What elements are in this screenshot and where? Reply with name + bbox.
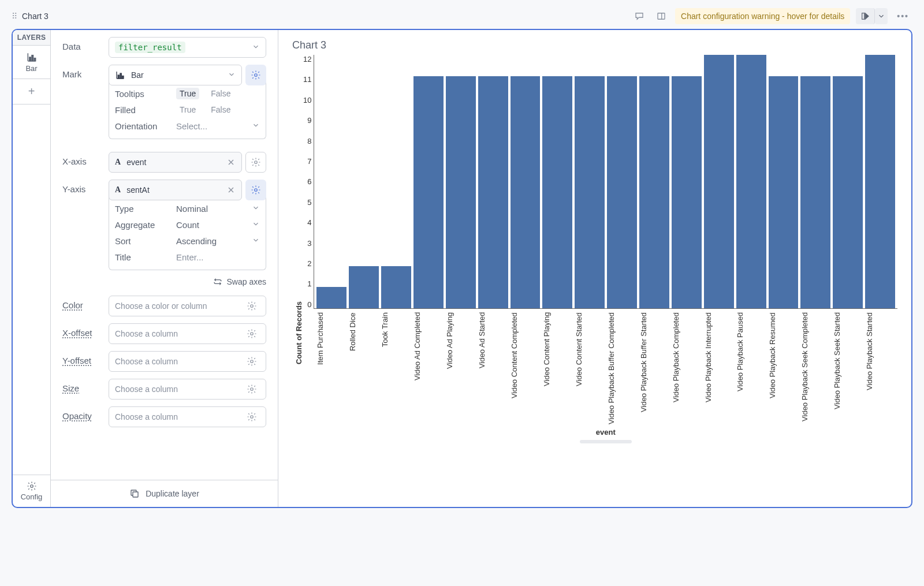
chevron-down-icon (252, 43, 260, 53)
y-axis-field[interactable]: AsentAt (109, 180, 242, 200)
x-axis-settings-button[interactable] (245, 152, 266, 173)
svg-point-16 (255, 189, 258, 192)
svg-point-15 (255, 161, 258, 164)
opacity-input[interactable]: Choose a column (109, 406, 266, 427)
orientation-label: Orientation (115, 121, 176, 131)
svg-rect-0 (658, 13, 665, 20)
x-tick-label: Video Playback Seek Started (833, 312, 863, 424)
cell-title: Chart 3 (22, 12, 49, 21)
chart-warning-banner[interactable]: Chart configuration warning - hover for … (675, 8, 850, 24)
y-aggregate-select[interactable]: Count (176, 220, 199, 230)
data-source-select[interactable]: filter_result (109, 37, 266, 58)
layers-header: LAYERS (13, 30, 50, 46)
comment-icon[interactable] (631, 8, 647, 24)
svg-point-14 (255, 74, 258, 77)
x-tick-label: Video Playback Resumed (768, 312, 798, 424)
bar-icon (115, 70, 125, 80)
x-tick-label: Video Content Started (575, 312, 605, 424)
svg-point-17 (251, 305, 254, 308)
y-sort-select[interactable]: Ascending (176, 236, 217, 246)
config-button[interactable]: Config (13, 475, 50, 507)
chart-bar (478, 76, 508, 308)
mark-type-value: Bar (131, 70, 144, 80)
layer-item-label: Bar (25, 64, 37, 73)
clear-icon[interactable] (226, 158, 236, 167)
layer-item-bar[interactable]: Bar (13, 46, 50, 79)
x-tick-label: Video Playback Buffer Started (639, 312, 669, 424)
svg-rect-11 (118, 75, 119, 79)
size-input[interactable]: Choose a column (109, 379, 266, 400)
swap-axes-label: Swap axes (227, 277, 266, 286)
chart-bar (542, 76, 572, 308)
chevron-down-icon (252, 220, 260, 230)
filled-toggle[interactable]: True False (176, 104, 234, 115)
x-axis-ticks: Item PurchasedRolled DiceTook TrainVideo… (314, 309, 897, 424)
tooltips-label: Tooltips (115, 89, 176, 99)
yoffset-input[interactable]: Choose a column (109, 351, 266, 372)
y-title-label: Title (115, 252, 176, 262)
y-axis-settings-button[interactable] (245, 180, 266, 200)
xoffset-label[interactable]: X-offset (62, 323, 99, 338)
y-type-select[interactable]: Nominal (176, 204, 208, 214)
swap-axes-button[interactable]: Swap axes (62, 277, 266, 286)
duplicate-layer-button[interactable]: Duplicate layer (51, 480, 278, 507)
svg-rect-7 (34, 58, 35, 61)
svg-rect-5 (29, 57, 31, 61)
x-tick-label: Video Playback Started (865, 312, 895, 424)
y-axis-label: Y-axis (62, 180, 99, 194)
chart-bar (639, 76, 669, 308)
drag-handle-icon[interactable]: ⠿ (12, 12, 16, 21)
y-title-input[interactable]: Enter... (176, 252, 204, 262)
x-tick-label: Video Ad Started (478, 312, 508, 424)
color-input[interactable]: Choose a color or column (109, 296, 266, 316)
chart-bar (833, 76, 863, 308)
run-menu-button[interactable] (875, 8, 888, 24)
svg-point-20 (251, 388, 254, 391)
x-tick-label: Video Content Playing (542, 312, 572, 424)
chart-bar (736, 55, 766, 308)
gear-icon[interactable] (244, 412, 260, 422)
tooltips-toggle[interactable]: True False (176, 88, 234, 99)
mark-type-select[interactable]: Bar (109, 65, 242, 85)
x-axis-field[interactable]: Aevent (109, 152, 242, 173)
x-tick-label: Video Playback Paused (736, 312, 766, 424)
gear-icon[interactable] (244, 356, 260, 367)
gear-icon[interactable] (244, 384, 260, 394)
chart-bar (511, 76, 541, 308)
mark-subpanel: Tooltips True False Filled True (109, 82, 266, 139)
xoffset-input[interactable]: Choose a column (109, 323, 266, 344)
svg-point-18 (251, 333, 254, 335)
titlebar: ⠿ Chart 3 Chart configuration warning - … (12, 6, 912, 29)
color-label[interactable]: Color (62, 296, 99, 310)
y-axis-title: Count of Records (292, 55, 303, 495)
run-button[interactable] (856, 8, 875, 24)
x-tick-label: Video Content Completed (510, 312, 540, 424)
chevron-down-icon (252, 236, 260, 246)
x-tick-label: Rolled Dice (348, 312, 378, 424)
form-column: Data filter_result Mark (51, 30, 278, 507)
filled-label: Filled (115, 105, 176, 115)
add-layer-button[interactable]: + (13, 79, 50, 104)
x-scrollbar[interactable] (580, 440, 632, 443)
orientation-select[interactable]: Select... (176, 121, 207, 131)
chart-bar (704, 55, 734, 308)
chart-bar (381, 266, 411, 308)
chart-bar (575, 76, 605, 308)
yoffset-label[interactable]: Y-offset (62, 351, 99, 365)
mark-label: Mark (62, 65, 99, 79)
size-label[interactable]: Size (62, 379, 99, 393)
mark-settings-button[interactable] (245, 65, 266, 85)
chart-bar (865, 55, 895, 308)
y-axis-subpanel: Type Nominal Aggregate Count Sort (109, 197, 266, 270)
side-panel-icon[interactable] (653, 8, 669, 24)
gear-icon[interactable] (244, 329, 260, 339)
clear-icon[interactable] (226, 185, 236, 195)
opacity-label[interactable]: Opacity (62, 406, 99, 421)
more-menu-icon[interactable]: ••• (893, 8, 912, 24)
chart-bar (769, 76, 799, 308)
chart-bar (413, 76, 444, 308)
chart-title: Chart 3 (292, 39, 897, 51)
x-tick-label: Video Playback Interrupted (704, 312, 734, 424)
gear-icon[interactable] (244, 301, 260, 311)
x-tick-label: Took Train (381, 312, 411, 424)
